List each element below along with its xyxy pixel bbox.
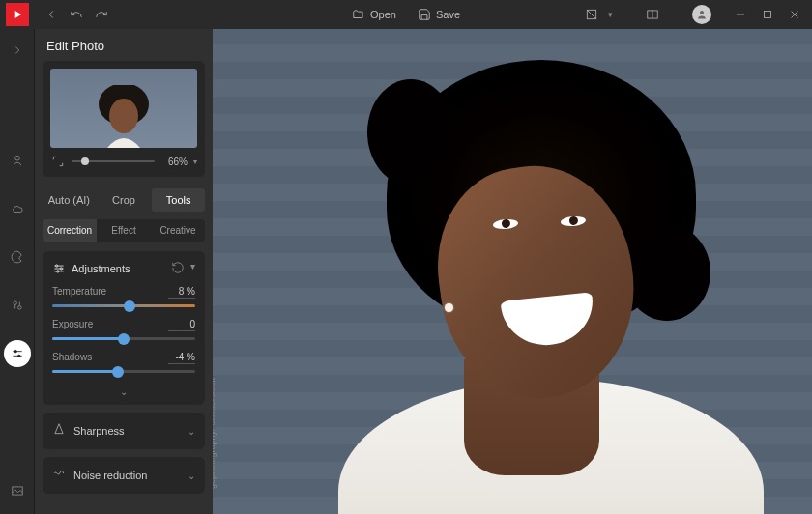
expand-more-icon[interactable]: ⌄	[52, 385, 195, 399]
tab-crop[interactable]: Crop	[98, 188, 151, 212]
redo-button[interactable]	[89, 2, 114, 27]
caret-icon: ▾	[608, 10, 613, 19]
save-button[interactable]: Save	[410, 4, 468, 25]
zoom-dropdown-caret[interactable]: ▾	[193, 157, 197, 166]
user-avatar[interactable]	[692, 5, 711, 24]
subtab-correction[interactable]: Correction	[43, 219, 97, 242]
window-maximize-button[interactable]	[756, 3, 779, 26]
chevron-down-icon: ⌄	[188, 471, 195, 481]
topbar-right-group: ▾	[579, 2, 806, 27]
save-label: Save	[436, 9, 460, 20]
open-label: Open	[370, 9, 396, 20]
section-sharpness[interactable]: Sharpness ⌄	[43, 413, 205, 449]
slider-track[interactable]	[52, 370, 195, 373]
reset-icon[interactable]	[171, 261, 185, 276]
sub-tabs: CorrectionEffectCreative	[43, 219, 205, 242]
svg-point-11	[17, 306, 20, 310]
noise-reduction-icon	[52, 467, 66, 484]
topbar-center-group: Open Save	[344, 4, 468, 25]
svg-point-10	[13, 301, 15, 305]
slider-label: Temperature	[52, 286, 106, 299]
main-tabs: Auto (AI)CropTools	[43, 188, 205, 212]
edit-panel: Edit Photo 66% ▾ Auto (AI)CropTools Corr…	[35, 29, 213, 514]
canvas-image	[213, 29, 812, 514]
top-bar: Open Save ▾	[0, 0, 812, 29]
color-tool-icon[interactable]	[4, 243, 31, 271]
zoom-slider[interactable]	[72, 160, 155, 162]
slider-exposure: Exposure0	[52, 319, 195, 340]
collapse-panel-button[interactable]	[39, 2, 64, 27]
section-noise-reduction[interactable]: Noise reduction ⌄	[43, 457, 205, 494]
adjustments-header: Adjustments ▾	[52, 261, 195, 276]
undo-button[interactable]	[64, 2, 89, 27]
main-area: Edit Photo 66% ▾ Auto (AI)CropTools Corr…	[0, 29, 812, 514]
svg-point-17	[17, 355, 19, 357]
collapsible-sections: Sharpness ⌄ Noise reduction ⌄	[43, 413, 205, 501]
subtab-creative[interactable]: Creative	[151, 219, 205, 242]
sharpness-icon	[52, 422, 66, 440]
tab-tools[interactable]: Tools	[152, 188, 205, 212]
slider-track[interactable]	[52, 304, 195, 307]
fit-screen-icon[interactable]	[50, 154, 66, 169]
settings-tool-icon[interactable]	[4, 292, 31, 319]
section-label: Sharpness	[73, 425, 180, 437]
slider-value[interactable]: 0	[168, 319, 195, 331]
panel-title: Edit Photo	[43, 39, 205, 53]
slider-label: Exposure	[52, 319, 93, 331]
image-credit: gephotography/ Shutterstock	[213, 378, 217, 489]
open-button[interactable]: Open	[344, 4, 404, 25]
tab-auto-ai-[interactable]: Auto (AI)	[43, 188, 96, 212]
slider-label: Shadows	[52, 352, 92, 364]
svg-point-16	[14, 351, 16, 353]
compare-button[interactable]	[640, 2, 665, 27]
zoom-value[interactable]: 66%	[160, 157, 188, 167]
preview-box: 66% ▾	[43, 61, 205, 177]
section-label: Noise reduction	[73, 470, 180, 481]
slider-shadows: Shadows-4 %	[52, 352, 195, 373]
adjustments-title: Adjustments	[72, 263, 130, 274]
svg-rect-6	[765, 12, 771, 18]
adjustments-tool-icon[interactable]	[4, 340, 31, 367]
canvas-area[interactable]: gephotography/ Shutterstock	[213, 29, 812, 514]
svg-line-1	[587, 10, 595, 18]
zoom-control: 66% ▾	[50, 154, 197, 169]
slider-temperature: Temperature8 %	[52, 286, 195, 307]
gallery-icon[interactable]	[4, 477, 31, 504]
preview-thumbnail[interactable]	[50, 69, 197, 148]
window-minimize-button[interactable]	[729, 3, 752, 26]
weather-tool-icon[interactable]	[4, 195, 31, 222]
chevron-down-icon[interactable]: ▾	[190, 261, 195, 276]
svg-point-20	[109, 99, 138, 133]
app-logo[interactable]	[6, 3, 29, 26]
subtab-effect[interactable]: Effect	[97, 219, 151, 242]
window-close-button[interactable]	[783, 3, 806, 26]
slider-track[interactable]	[52, 337, 195, 340]
rail-collapse-button[interactable]	[4, 37, 31, 64]
portrait-tool-icon[interactable]	[4, 147, 31, 174]
sliders-container: Temperature8 % Exposure0 Shadows-4 %	[52, 286, 195, 373]
sliders-icon	[52, 262, 66, 275]
adjust-tool-button[interactable]	[579, 2, 604, 27]
slider-value[interactable]: -4 %	[168, 352, 195, 364]
svg-marker-27	[55, 424, 63, 434]
slider-value[interactable]: 8 %	[168, 286, 195, 299]
side-rail	[0, 29, 35, 514]
adjustments-section: Adjustments ▾ Temperature8 % Exposure0 S…	[43, 251, 205, 405]
svg-point-4	[700, 11, 704, 14]
svg-point-9	[14, 156, 19, 160]
chevron-down-icon: ⌄	[188, 426, 195, 437]
